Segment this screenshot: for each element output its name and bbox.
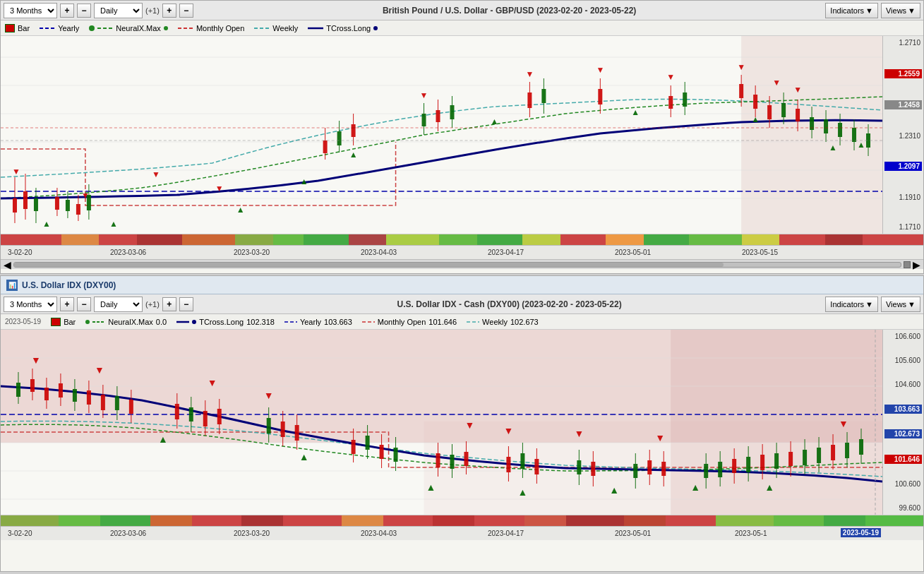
time-label-7-bottom: 2023-05-1: [735, 530, 767, 537]
bar-icon-bottom: [51, 318, 61, 326]
svg-rect-47: [450, 105, 454, 119]
svg-rect-45: [436, 110, 440, 122]
weekly-value-bottom: 102.673: [510, 318, 539, 326]
band-2: [61, 234, 100, 245]
offset-minus-top[interactable]: −: [179, 4, 193, 18]
band-6: [235, 234, 273, 245]
scroll-left-arrow[interactable]: ◀: [4, 259, 11, 270]
band-b7: [283, 515, 341, 526]
views-btn-top[interactable]: Views ▼: [881, 3, 920, 18]
views-label-top: Views: [886, 6, 906, 15]
neuralx-value-bottom: 0.0: [156, 318, 167, 326]
views-btn-bottom[interactable]: Views ▼: [881, 297, 920, 312]
offset-plus-top[interactable]: +: [162, 4, 176, 18]
time-label-5-bottom: 2023-04-17: [488, 530, 524, 537]
band-10: [386, 234, 439, 245]
svg-rect-132: [203, 411, 208, 426]
svg-rect-35: [87, 195, 91, 210]
tab-icon-text: 📊: [8, 282, 16, 289]
band-4: [137, 234, 182, 245]
band-b12: [524, 515, 566, 526]
svg-rect-122: [101, 395, 105, 410]
svg-text:▼: ▼: [208, 377, 217, 388]
svg-text:▼: ▼: [596, 65, 604, 75]
band-17: [689, 234, 742, 245]
bottom-date-display: 2023-05-19: [5, 318, 41, 325]
svg-rect-110: [16, 383, 20, 397]
offset-plus-bottom[interactable]: +: [162, 297, 176, 311]
svg-text:▼: ▼: [525, 69, 534, 79]
indicators-chevron-bottom: ▼: [865, 300, 873, 309]
svg-rect-152: [450, 455, 454, 469]
tcross-dot-bottom: [192, 320, 196, 324]
timeframe-select-bottom[interactable]: 3 Months 1 Month 6 Months: [4, 297, 57, 312]
svg-rect-192: [845, 443, 849, 458]
svg-rect-67: [796, 109, 800, 121]
neuralx-line-icon-top: [97, 25, 113, 32]
time-label-1-top: 3-02-20: [8, 249, 32, 256]
price-104600: 104.600: [884, 381, 922, 388]
svg-text:▼: ▼: [215, 184, 224, 193]
svg-text:▲: ▲: [349, 150, 358, 160]
top-scrollbar[interactable]: ◀ ▶: [1, 259, 923, 269]
band-b11: [474, 515, 524, 526]
band-b8: [342, 515, 383, 526]
svg-text:▲: ▲: [158, 434, 168, 445]
svg-rect-134: [217, 409, 222, 424]
svg-rect-164: [591, 462, 595, 476]
bottom-chart-panel: 📊 U.S. Dollar IDX (DXY00) 3 Months 1 Mon…: [0, 275, 924, 572]
scroll-thumb-top[interactable]: [14, 263, 724, 267]
chart-title-top: British Pound / U.S. Dollar - GBP/USD (2…: [196, 6, 822, 16]
tcross-value-bottom: 102.318: [246, 318, 275, 326]
band-b16: [716, 515, 774, 526]
interval-select-bottom[interactable]: Daily Weekly Monthly: [94, 297, 143, 312]
scroll-right-indicator[interactable]: [904, 261, 911, 268]
bottom-chart-area[interactable]: Open 103.505 High 103.618 Low 102.998 Cl…: [1, 330, 923, 515]
indicators-btn-bottom[interactable]: Indicators ▼: [825, 297, 878, 312]
svg-rect-182: [774, 453, 779, 469]
yearly-line-icon: [40, 25, 55, 32]
band-b2: [59, 515, 100, 526]
band-b10: [433, 515, 474, 526]
band-9: [349, 234, 387, 245]
zoom-in-btn-bottom[interactable]: +: [60, 297, 74, 311]
svg-text:▲: ▲: [109, 219, 118, 229]
time-label-4-top: 2023-04-03: [361, 249, 397, 256]
svg-rect-166: [633, 464, 637, 478]
svg-rect-140: [295, 425, 299, 441]
indicators-chevron-top: ▼: [865, 6, 873, 15]
time-label-2-top: 2023-03-06: [110, 249, 146, 256]
neuralx-label-bottom: NeuralX.Max: [108, 318, 153, 326]
svg-rect-150: [436, 453, 440, 467]
legend-bar-bottom: Bar: [51, 318, 76, 326]
timeframe-select-top[interactable]: 3 Months 1 Month 6 Months: [4, 3, 57, 18]
svg-rect-146: [380, 445, 384, 459]
price-101646: 101.646: [884, 455, 922, 464]
monthly-label-bottom: Monthly Open: [378, 318, 426, 326]
neuralx-dot-top: [89, 25, 95, 31]
time-label-5-top: 2023-04-17: [488, 249, 524, 256]
offset-minus-bottom[interactable]: −: [179, 297, 193, 311]
scroll-right-arrow[interactable]: ▶: [913, 259, 920, 270]
indicators-btn-top[interactable]: Indicators ▼: [825, 3, 878, 18]
svg-text:▲: ▲: [751, 114, 760, 124]
bottom-section-tab: 📊 U.S. Dollar IDX (DXY00): [1, 276, 923, 294]
svg-text:▲: ▲: [299, 451, 309, 462]
zoom-out-btn-bottom[interactable]: −: [77, 297, 91, 311]
svg-rect-142: [352, 440, 356, 454]
time-label-6-top: 2023-05-01: [615, 249, 651, 256]
svg-text:▼: ▼: [420, 90, 428, 100]
bottom-color-band: [1, 515, 923, 526]
svg-rect-53: [598, 89, 602, 104]
zoom-in-btn-top[interactable]: +: [60, 4, 74, 18]
svg-rect-160: [534, 459, 539, 474]
svg-text:▼: ▼: [152, 169, 160, 179]
scroll-track-top[interactable]: [13, 262, 901, 268]
svg-rect-57: [683, 92, 687, 107]
interval-select-top[interactable]: Daily Weekly Monthly: [94, 3, 143, 18]
bottom-date-highlight: 2023-05-19: [841, 528, 881, 537]
zoom-out-btn-top[interactable]: −: [77, 4, 91, 18]
price-102673: 102.673: [884, 429, 922, 438]
top-chart-area[interactable]: ▼ ▼ ▼ ▼ ▲ ▲ ▲ ▲: [1, 36, 923, 234]
bottom-price-axis: 106.600 105.600 104.600 103.663 102.673 …: [882, 330, 923, 515]
